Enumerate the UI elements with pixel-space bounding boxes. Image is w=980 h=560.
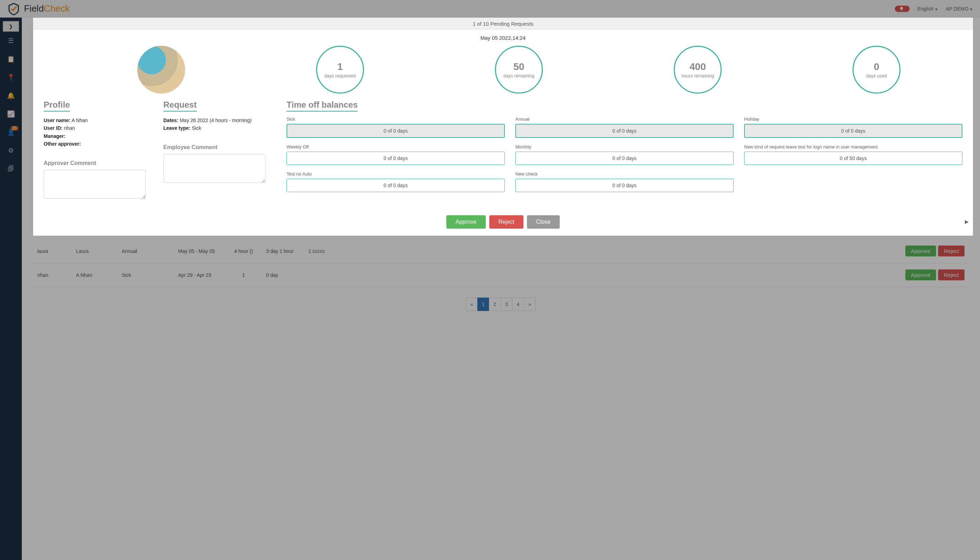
modal-overlay[interactable] bbox=[0, 0, 980, 18]
